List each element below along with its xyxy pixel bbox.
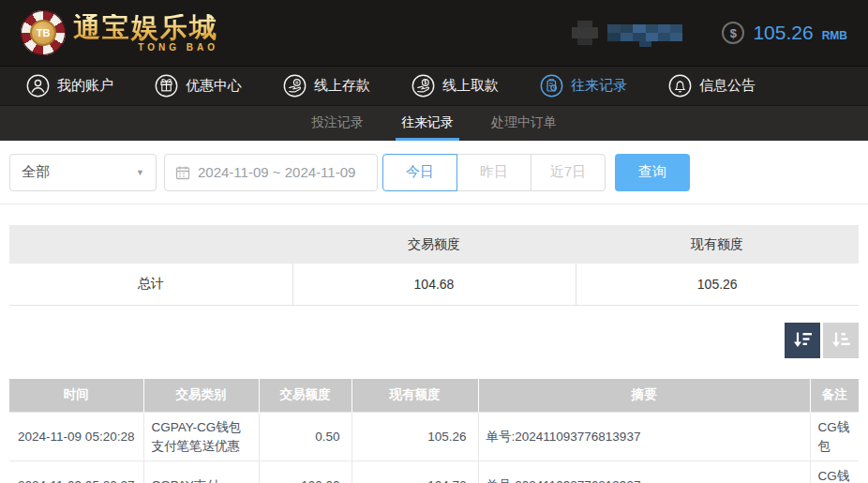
gift-icon <box>155 74 178 98</box>
main-nav: 我的账户 优惠中心 线上存款 <box>0 66 868 105</box>
type-select-value: 全部 <box>22 163 50 181</box>
sort-controls <box>9 323 859 358</box>
dollar-circle-icon: $ <box>722 22 744 44</box>
nav-label: 优惠中心 <box>186 77 242 95</box>
summary-total-balance: 105.26 <box>576 264 859 305</box>
balance-display[interactable]: $ 105.26 RMB <box>722 22 847 44</box>
withdraw-hand-dollar-icon <box>412 74 435 98</box>
record-remark: CG钱包 <box>810 413 859 461</box>
record-remark: CG钱包 <box>810 461 859 483</box>
chevron-down-icon: ▼ <box>136 168 144 177</box>
records-table: 时间 交易类别 交易额度 现有额度 摘要 备注 2024-11-09 05:20… <box>9 379 859 483</box>
user-icon <box>26 74 50 98</box>
sort-ascending-button[interactable] <box>823 323 859 358</box>
chip-center-label: TB <box>30 20 56 46</box>
last7days-button[interactable]: 近7日 <box>531 154 606 191</box>
record-type: CGPAY-CG钱包支付笔笔送优惠 <box>143 413 259 461</box>
nav-label: 线上存款 <box>314 77 370 95</box>
summary-table: 交易额度 现有额度 总计 104.68 105.26 <box>9 225 859 306</box>
summary-header-row: 交易额度 现有额度 <box>9 225 859 264</box>
nav-label: 往来记录 <box>571 77 627 95</box>
col-remark: 备注 <box>810 379 859 413</box>
quick-date-group: 今日 昨日 近7日 <box>382 154 606 191</box>
filter-bar: 全部 ▼ 2024-11-09 ~ 2024-11-09 今日 昨日 近7日 查… <box>0 141 868 204</box>
col-time: 时间 <box>9 379 143 413</box>
summary-total-transaction: 104.68 <box>292 264 576 305</box>
tab-pending-orders[interactable]: 处理中订单 <box>486 106 562 141</box>
record-amount: 100.00 <box>259 461 352 483</box>
nav-label: 信息公告 <box>699 77 756 95</box>
blurred-username <box>607 19 682 47</box>
balance-amount: 105.26 <box>753 22 813 44</box>
logo-text: 通宝娱乐城 TONG BAO <box>73 14 218 53</box>
nav-label: 线上取款 <box>442 77 499 95</box>
col-type: 交易类别 <box>143 379 259 413</box>
site-logo[interactable]: TB 通宝娱乐城 TONG BAO <box>21 10 218 55</box>
dollar-symbol: $ <box>730 26 737 40</box>
record-type: CGPAY支付 <box>143 461 259 483</box>
record-summary: 单号:202411093776813937 <box>478 461 810 483</box>
transaction-records-icon <box>540 74 563 98</box>
nav-item-promotions[interactable]: 优惠中心 <box>155 74 242 98</box>
date-range-input[interactable]: 2024-11-09 ~ 2024-11-09 <box>164 154 378 191</box>
tab-betting-records[interactable]: 投注记录 <box>306 106 369 141</box>
records-header-row: 时间 交易类别 交易额度 现有额度 摘要 备注 <box>9 379 859 413</box>
nav-item-announcements[interactable]: 信息公告 <box>668 74 756 98</box>
balance-currency: RMB <box>822 29 847 42</box>
sort-descending-icon <box>791 329 814 352</box>
sort-descending-button[interactable] <box>785 323 820 358</box>
search-button[interactable]: 查询 <box>615 154 690 191</box>
summary-total-row: 总计 104.68 105.26 <box>9 264 859 305</box>
casino-chip-logo-icon: TB <box>21 10 66 55</box>
nav-item-my-account[interactable]: 我的账户 <box>26 74 113 98</box>
yesterday-button[interactable]: 昨日 <box>456 154 531 191</box>
tab-transaction-records[interactable]: 往来记录 <box>396 106 459 141</box>
nav-item-transaction-records[interactable]: 往来记录 <box>540 74 627 98</box>
table-row: 2024-11-09 05:20:27 CGPAY支付 100.00 104.7… <box>9 461 859 483</box>
summary-total-label: 总计 <box>9 264 292 305</box>
summary-col-balance: 现有额度 <box>576 225 859 264</box>
nav-label: 我的账户 <box>57 77 113 95</box>
user-area <box>570 19 682 47</box>
nav-item-withdraw[interactable]: 线上取款 <box>412 74 499 98</box>
site-title: 通宝娱乐城 <box>73 14 218 41</box>
col-summary: 摘要 <box>478 379 810 413</box>
record-balance: 104.76 <box>352 461 478 483</box>
site-subtitle: TONG BAO <box>73 42 218 53</box>
blurred-avatar <box>570 19 600 47</box>
record-balance: 105.26 <box>352 413 478 461</box>
deposit-hand-coin-icon <box>283 74 307 98</box>
top-header: TB 通宝娱乐城 TONG BAO $ 105.26 RMB <box>0 0 868 66</box>
record-time: 2024-11-09 05:20:28 <box>9 413 143 461</box>
summary-col-empty <box>9 225 292 264</box>
nav-item-deposit[interactable]: 线上存款 <box>283 74 370 98</box>
col-amount: 交易额度 <box>259 379 352 413</box>
summary-col-transaction: 交易额度 <box>292 225 576 264</box>
record-summary: 单号:202411093776813937 <box>478 413 810 461</box>
record-amount: 0.50 <box>259 413 352 461</box>
record-time: 2024-11-09 05:20:27 <box>9 461 143 483</box>
bell-icon <box>668 74 692 98</box>
date-range-value: 2024-11-09 ~ 2024-11-09 <box>198 164 355 180</box>
today-button[interactable]: 今日 <box>382 154 457 191</box>
calendar-icon <box>175 165 190 180</box>
col-balance: 现有额度 <box>352 379 478 413</box>
table-row: 2024-11-09 05:20:28 CGPAY-CG钱包支付笔笔送优惠 0.… <box>9 413 859 461</box>
sub-nav: 投注记录 往来记录 处理中订单 <box>0 105 868 141</box>
type-select[interactable]: 全部 ▼ <box>9 154 157 191</box>
sort-ascending-icon <box>830 329 852 352</box>
